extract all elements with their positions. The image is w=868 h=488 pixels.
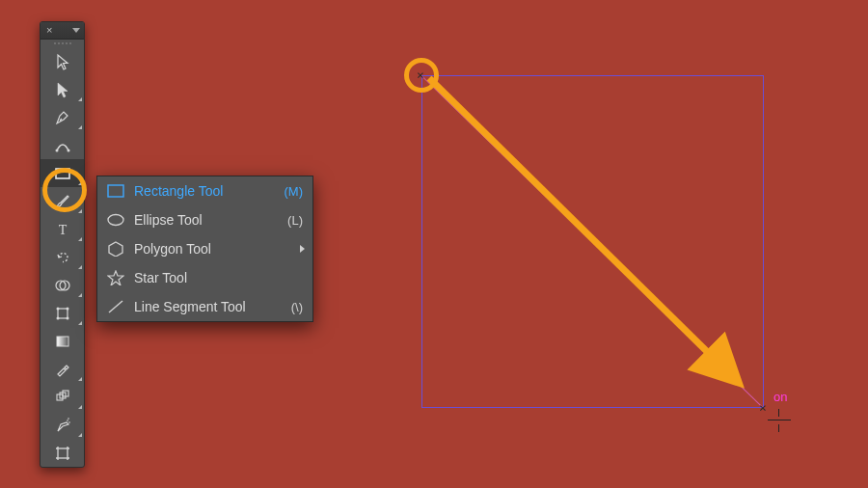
svg-line-23 <box>109 301 122 312</box>
close-icon[interactable]: × <box>46 25 52 36</box>
smart-guide-label: on <box>773 390 787 404</box>
tool-free-transform[interactable] <box>41 299 84 327</box>
svg-point-7 <box>56 307 59 310</box>
svg-point-20 <box>108 215 123 226</box>
flyout-item-shortcut: (M) <box>285 184 304 199</box>
flyout-item-ellipse[interactable]: Ellipse Tool (L) <box>97 205 312 234</box>
svg-rect-11 <box>57 337 68 346</box>
shape-tool-flyout: Rectangle Tool (M) Ellipse Tool (L) Poly… <box>96 176 313 322</box>
tool-symbol-sprayer[interactable] <box>41 411 84 439</box>
tool-direct-selection[interactable] <box>41 75 84 103</box>
svg-point-10 <box>66 316 68 319</box>
submenu-arrow-icon <box>300 245 305 253</box>
tool-selection[interactable] <box>41 47 84 75</box>
drawn-rectangle <box>421 75 764 408</box>
flyout-item-rectangle[interactable]: Rectangle Tool (M) <box>97 176 312 205</box>
svg-line-24 <box>429 78 735 379</box>
svg-point-0 <box>55 149 58 151</box>
tool-paintbrush[interactable] <box>41 187 84 215</box>
tool-gradient[interactable] <box>41 327 84 355</box>
polygon-icon <box>105 241 126 257</box>
svg-marker-21 <box>109 242 122 257</box>
tool-list: T <box>41 47 84 467</box>
tool-artboard[interactable] <box>41 439 84 467</box>
svg-point-16 <box>68 421 70 423</box>
svg-rect-6 <box>58 309 68 318</box>
anchor-start-mark: × <box>417 68 424 82</box>
flyout-item-label: Line Segment Tool <box>134 299 291 314</box>
rectangle-icon <box>105 184 126 198</box>
crosshair-cursor <box>768 409 791 432</box>
tool-rectangle[interactable] <box>41 159 84 187</box>
toolbar-panel: × T <box>40 21 85 468</box>
tool-rotate[interactable] <box>41 243 84 271</box>
svg-point-9 <box>56 316 59 319</box>
flyout-item-label: Rectangle Tool <box>134 183 285 199</box>
tool-pen[interactable] <box>41 103 84 131</box>
tool-type[interactable]: T <box>41 215 84 243</box>
flyout-item-shortcut: (L) <box>287 213 303 228</box>
tool-blend[interactable] <box>41 383 84 411</box>
svg-text:T: T <box>58 223 67 237</box>
expand-collapse-icon[interactable] <box>72 28 80 33</box>
tool-shape-builder[interactable] <box>41 271 84 299</box>
svg-point-1 <box>67 149 69 151</box>
ellipse-icon <box>105 213 126 227</box>
svg-rect-18 <box>58 448 68 458</box>
toolbar-grip[interactable] <box>41 40 84 47</box>
svg-rect-2 <box>56 169 69 178</box>
anchor-end-mark: × <box>759 400 767 415</box>
flyout-item-shortcut: (\) <box>291 300 303 314</box>
flyout-item-label: Star Tool <box>134 270 303 285</box>
line-icon <box>105 299 126 314</box>
flyout-item-star[interactable]: Star Tool <box>97 263 312 292</box>
diagonal-guide-line <box>421 75 764 408</box>
svg-point-17 <box>68 418 69 420</box>
highlight-circle-start <box>404 58 439 93</box>
flyout-item-polygon[interactable]: Polygon Tool <box>97 234 312 263</box>
svg-point-15 <box>67 420 68 421</box>
tool-eyedropper[interactable] <box>41 355 84 383</box>
flyout-item-line[interactable]: Line Segment Tool (\) <box>97 292 312 321</box>
svg-marker-22 <box>108 271 123 285</box>
svg-point-8 <box>66 307 68 310</box>
svg-rect-19 <box>108 185 123 197</box>
star-icon <box>105 270 126 285</box>
drag-arrow-annotation <box>421 70 773 422</box>
flyout-item-label: Polygon Tool <box>134 241 303 257</box>
flyout-item-label: Ellipse Tool <box>134 212 287 228</box>
toolbar-header: × <box>41 22 84 40</box>
tool-curvature[interactable] <box>41 131 84 159</box>
